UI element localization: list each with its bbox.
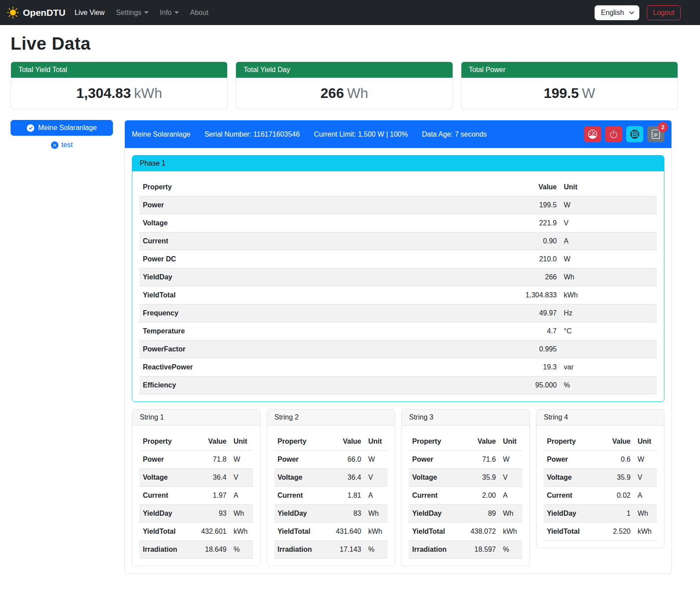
property-cell: Irradiation	[274, 541, 326, 559]
value-cell: 18.597	[460, 541, 500, 559]
table-row: Current0.90A	[139, 232, 657, 250]
summary-cards: Total Yield Total 1,304.83kWh Total Yiel…	[11, 62, 678, 109]
property-cell: Irradiation	[139, 541, 191, 559]
column-unit: Unit	[560, 178, 657, 196]
chevron-down-icon	[144, 11, 149, 14]
unit-cell: W	[230, 451, 253, 469]
unit-cell: kWh	[560, 286, 657, 304]
unit-cell: W	[634, 451, 657, 469]
brand[interactable]: OpenDTU	[5, 5, 69, 20]
value-cell: 0.6	[595, 451, 634, 469]
power-button[interactable]	[605, 126, 622, 142]
unit-cell: A	[634, 487, 657, 505]
property-cell: YieldTotal	[139, 523, 191, 541]
unit-cell	[560, 340, 657, 358]
nav-info[interactable]: Info	[156, 5, 182, 20]
value-cell: 71.8	[191, 451, 230, 469]
string-title: String 3	[402, 409, 530, 426]
property-cell: Voltage	[274, 469, 326, 487]
table-header-row: Property Value Unit	[409, 433, 522, 451]
total-power-unit: W	[582, 85, 595, 101]
inverter-selected-label: Meine Solaranlage	[38, 124, 97, 132]
inverter-test-item[interactable]: test	[11, 141, 113, 149]
table-header-row: Property Value Unit	[139, 178, 657, 196]
table-row: YieldDay89Wh	[409, 505, 522, 523]
unit-cell: A	[500, 487, 522, 505]
property-cell: Frequency	[139, 304, 508, 322]
value-cell: 432.601	[191, 523, 230, 541]
unit-cell: W	[365, 451, 388, 469]
column-property: Property	[139, 178, 508, 196]
journal-text-icon	[651, 130, 660, 139]
chevron-down-icon	[629, 10, 635, 15]
string-title: String 2	[267, 409, 395, 426]
property-cell: Power	[544, 451, 595, 469]
value-cell: 95.000	[508, 376, 560, 394]
nav-about[interactable]: About	[187, 5, 212, 20]
value-cell: 0.90	[508, 232, 560, 250]
property-cell: Voltage	[139, 214, 508, 232]
table-row: Current1.97A	[139, 487, 253, 505]
string-card: String 1 Property Value Unit Power71.8WV…	[132, 409, 261, 566]
unit-cell: %	[560, 376, 657, 394]
unit-cell: %	[500, 541, 522, 559]
unit-cell: Wh	[365, 505, 388, 523]
phase-title: Phase 1	[132, 156, 664, 171]
value-cell: 83	[325, 505, 365, 523]
table-row: Voltage36.4V	[274, 469, 388, 487]
event-count-badge: 2	[658, 122, 668, 132]
table-row: Irradiation18.597%	[409, 541, 522, 559]
language-select[interactable]: English	[595, 5, 639, 20]
table-row: Voltage35.9V	[409, 469, 522, 487]
property-cell: Voltage	[139, 469, 191, 487]
property-cell: YieldDay	[544, 505, 595, 523]
value-cell: 19.3	[508, 358, 560, 376]
inverter-name: Meine Solaranlage	[132, 130, 190, 138]
navbar: OpenDTU Live View Settings Info About En…	[0, 0, 700, 25]
table-row: YieldTotal431.640kWh	[274, 523, 388, 541]
table-row: YieldDay266Wh	[139, 268, 657, 286]
nav-settings[interactable]: Settings	[112, 5, 152, 20]
table-row: Power DC210.0W	[139, 250, 657, 268]
unit-cell: Wh	[634, 505, 657, 523]
inverter-selected-button[interactable]: Meine Solaranlage	[11, 120, 113, 136]
string-title: String 4	[537, 409, 664, 426]
column-property: Property	[139, 433, 191, 451]
logout-button[interactable]: Logout	[647, 5, 681, 20]
table-row: Voltage221.9V	[139, 214, 657, 232]
property-cell: Current	[139, 232, 508, 250]
unit-cell: Wh	[500, 505, 522, 523]
card-title: Total Yield Day	[236, 62, 452, 78]
table-row: YieldTotal1,304.833kWh	[139, 286, 657, 304]
unit-cell: Wh	[230, 505, 253, 523]
value-cell: 35.9	[460, 469, 500, 487]
value-cell: 266	[508, 268, 560, 286]
property-cell: Efficiency	[139, 376, 508, 394]
device-info-button[interactable]	[626, 126, 643, 142]
column-unit: Unit	[500, 433, 522, 451]
property-cell: YieldTotal	[409, 523, 460, 541]
nav-live-view[interactable]: Live View	[71, 5, 108, 20]
inverter-data-age: Data Age: 7 seconds	[422, 130, 487, 138]
value-cell: 0.02	[595, 487, 634, 505]
column-property: Property	[409, 433, 460, 451]
unit-cell: %	[365, 541, 388, 559]
column-value: Value	[508, 178, 560, 196]
value-cell: 221.9	[508, 214, 560, 232]
event-log-button[interactable]: 2	[647, 126, 664, 142]
value-cell: 93	[191, 505, 230, 523]
language-value: English	[601, 9, 624, 16]
card-title: Total Yield Total	[11, 62, 227, 78]
string-card: String 4 Property Value Unit Power0.6WVo…	[536, 409, 665, 548]
unit-cell: Hz	[560, 304, 657, 322]
inverter-actions: 2	[580, 126, 664, 142]
limit-settings-button[interactable]	[584, 126, 601, 142]
string-title: String 1	[132, 409, 260, 426]
property-cell: Power DC	[139, 250, 508, 268]
property-cell: Power	[274, 451, 326, 469]
value-cell: 0.995	[508, 340, 560, 358]
property-cell: PowerFactor	[139, 340, 508, 358]
property-cell: Power	[139, 451, 191, 469]
table-row: ReactivePower19.3var	[139, 358, 657, 376]
page-title: Live Data	[11, 34, 678, 54]
